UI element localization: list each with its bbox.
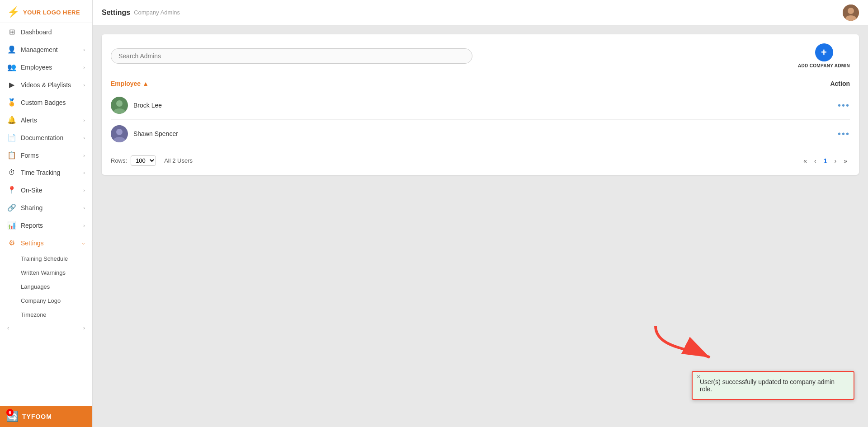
sidebar-item-time-tracking[interactable]: ⏱ Time Tracking › — [0, 164, 92, 181]
chevron-right-icon: › — [83, 153, 85, 158]
content-area: + ADD COMPANY ADMIN Employee ▲ Action — [93, 25, 868, 427]
avatar-image — [111, 97, 128, 114]
sidebar-item-label: Dashboard — [21, 28, 85, 36]
rows-per-page-select[interactable]: 100 — [131, 155, 156, 166]
table-row: Brock Lee ••• — [111, 91, 850, 120]
chevron-down-icon: ⌵ — [82, 240, 85, 246]
sidebar-item-videos[interactable]: ▶ Videos & Playlists › — [0, 76, 92, 94]
sharing-icon: 🔗 — [7, 203, 16, 212]
alerts-icon: 🔔 — [7, 116, 16, 124]
employee-name: Brock Lee — [133, 102, 162, 109]
forms-icon: 📋 — [7, 151, 16, 160]
sidebar-item-reports[interactable]: 📊 Reports › — [0, 216, 92, 234]
sidebar-item-label: Forms — [21, 152, 79, 159]
main-area: Settings Company Admins + ADD COMPANY AD… — [93, 0, 868, 427]
svg-point-7 — [116, 129, 123, 135]
toast-close-button[interactable]: ✕ — [696, 374, 701, 380]
sidebar-sub-training-schedule[interactable]: Training Schedule — [0, 252, 92, 266]
avatar-image — [111, 125, 128, 142]
next-page-button[interactable]: › — [832, 156, 840, 165]
breadcrumb-sub: Company Admins — [134, 9, 180, 16]
sidebar-sub-languages[interactable]: Languages — [0, 280, 92, 294]
chevron-right-icon: › — [83, 205, 85, 211]
logo-text: YOUR LOGO HERE — [23, 9, 80, 16]
toast-notification: ✕ User(s) successfully updated to compan… — [692, 371, 854, 400]
sort-icon: ▲ — [142, 80, 149, 87]
sidebar-item-custom-badges[interactable]: 🏅 Custom Badges — [0, 94, 92, 111]
sidebar-bottom-bar[interactable]: 6 🔄 TYFOOM — [0, 406, 92, 427]
sidebar-item-sharing[interactable]: 🔗 Sharing › — [0, 199, 92, 216]
sidebar-item-label: Settings — [21, 239, 77, 247]
svg-point-4 — [116, 100, 123, 107]
table-header: Employee ▲ Action — [111, 77, 850, 91]
sidebar-sub-written-warnings[interactable]: Written Warnings — [0, 266, 92, 280]
breadcrumb: Settings Company Admins — [102, 9, 180, 17]
scroll-left-arrow[interactable]: ‹ — [5, 324, 12, 332]
sidebar-scroll-controls: ‹ › — [0, 322, 92, 334]
sidebar-item-alerts[interactable]: 🔔 Alerts › — [0, 111, 92, 129]
sidebar-item-label: Alerts — [21, 117, 79, 124]
first-page-button[interactable]: « — [801, 156, 810, 165]
employees-icon: 👥 — [7, 63, 16, 71]
sidebar-item-documentation[interactable]: 📄 Documentation › — [0, 129, 92, 146]
table-row: Shawn Spencer ••• — [111, 120, 850, 148]
chevron-right-icon: › — [83, 223, 85, 228]
toast-area: ✕ User(s) successfully updated to compan… — [692, 371, 854, 400]
toast-message: User(s) successfully updated to company … — [700, 378, 835, 393]
page-title: Settings — [102, 9, 130, 17]
avatar — [111, 97, 128, 114]
prev-page-button[interactable]: ‹ — [811, 156, 819, 165]
documentation-icon: 📄 — [7, 133, 16, 142]
add-company-admin-button[interactable]: + ADD COMPANY ADMIN — [798, 43, 850, 68]
sidebar-item-label: Videos & Playlists — [21, 81, 79, 89]
action-menu-button[interactable]: ••• — [838, 129, 850, 139]
sidebar-logo: ⚡ YOUR LOGO HERE — [0, 0, 92, 23]
chevron-right-icon: › — [83, 188, 85, 193]
videos-icon: ▶ — [7, 80, 16, 89]
notification-badge: 6 — [6, 409, 14, 416]
dashboard-icon: ⊞ — [7, 28, 16, 36]
sidebar-item-label: Reports — [21, 222, 79, 229]
last-page-button[interactable]: » — [841, 156, 850, 165]
employee-col-label: Employee — [111, 80, 141, 87]
sidebar-item-label: Sharing — [21, 204, 79, 211]
chevron-right-icon: › — [83, 47, 85, 52]
search-input[interactable] — [111, 48, 472, 64]
custom-badges-icon: 🏅 — [7, 98, 16, 107]
logo-icon: ⚡ — [7, 6, 19, 18]
sidebar-item-management[interactable]: 👤 Management › — [0, 41, 92, 58]
sidebar-sub-company-logo[interactable]: Company Logo — [0, 294, 92, 308]
action-menu-button[interactable]: ••• — [838, 100, 850, 111]
sidebar-item-label: Time Tracking — [21, 169, 79, 176]
sidebar-item-label: Management — [21, 46, 79, 53]
scroll-right-arrow[interactable]: › — [80, 324, 88, 332]
sidebar-item-employees[interactable]: 👥 Employees › — [0, 58, 92, 76]
sidebar-item-forms[interactable]: 📋 Forms › — [0, 146, 92, 164]
sidebar-item-dashboard[interactable]: ⊞ Dashboard — [0, 23, 92, 41]
sidebar-item-label: On-Site — [21, 187, 79, 194]
employee-info: Shawn Spencer — [111, 125, 178, 142]
chevron-right-icon: › — [83, 82, 85, 88]
add-icon: + — [815, 43, 833, 61]
employee-column-header[interactable]: Employee ▲ — [111, 80, 149, 87]
search-input-wrap — [111, 48, 472, 64]
sidebar-item-settings[interactable]: ⚙ Settings ⌵ — [0, 234, 92, 252]
sidebar-item-label: Custom Badges — [21, 99, 85, 106]
sidebar-item-label: Documentation — [21, 134, 79, 141]
add-admin-label: ADD COMPANY ADMIN — [798, 63, 850, 68]
user-avatar[interactable] — [843, 5, 859, 21]
page-number-button[interactable]: 1 — [821, 156, 830, 165]
users-count: All 2 Users — [164, 157, 193, 164]
svg-point-1 — [848, 8, 854, 14]
avatar — [111, 125, 128, 142]
sidebar-item-on-site[interactable]: 📍 On-Site › — [0, 181, 92, 199]
sidebar: ⚡ YOUR LOGO HERE ⊞ Dashboard 👤 Managemen… — [0, 0, 93, 427]
pagination-controls: « ‹ 1 › » — [801, 156, 850, 165]
sidebar-sub-timezone[interactable]: Timezone — [0, 308, 92, 322]
search-row: + ADD COMPANY ADMIN — [111, 43, 850, 68]
chevron-right-icon: › — [83, 170, 85, 175]
sidebar-item-label: Employees — [21, 64, 79, 71]
chevron-right-icon: › — [83, 117, 85, 123]
employee-name: Shawn Spencer — [133, 130, 178, 137]
settings-icon: ⚙ — [7, 239, 16, 247]
